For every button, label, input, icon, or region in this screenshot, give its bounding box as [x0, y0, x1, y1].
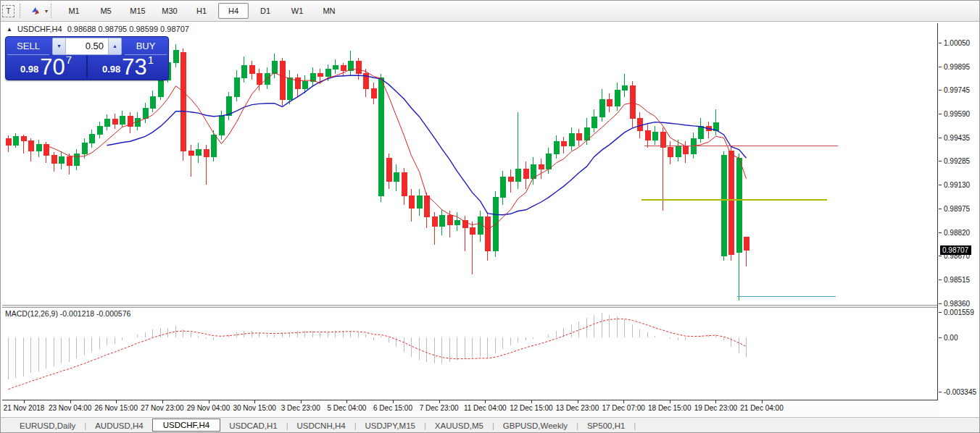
sell-button[interactable]: SELL	[7, 38, 49, 55]
candle-body	[576, 134, 581, 140]
axis-tick	[670, 400, 670, 403]
tab-gbpusd[interactable]: GBPUSD,Weekly	[494, 420, 576, 432]
volume-spinner: ▼ 0.50 ▲	[52, 38, 122, 55]
toolbar-separator	[20, 4, 24, 18]
tab-sp500[interactable]: SP500,H1	[578, 420, 634, 432]
axis-tick	[301, 400, 302, 403]
text-tool-icon[interactable]: T	[2, 5, 14, 17]
macd-signal-line	[9, 319, 747, 389]
candle-body	[51, 156, 57, 164]
tab-usdcnh[interactable]: USDCNH,H4	[288, 420, 354, 432]
ohlc-values: 0.98688 0.98795 0.98599 0.98707	[67, 25, 189, 33]
candle-body	[241, 66, 246, 78]
axis-tick	[393, 400, 394, 403]
axis-tick	[715, 400, 716, 403]
timeframe-button-h4[interactable]: H4	[218, 3, 249, 19]
axis-tick	[939, 43, 942, 43]
timeframe-button-w1[interactable]: W1	[282, 3, 312, 19]
candle-body	[591, 117, 597, 127]
candle-body	[683, 146, 688, 154]
price-axis-label: 0.99130	[944, 181, 970, 189]
candle-body	[6, 138, 11, 146]
candle-body	[607, 100, 612, 106]
candle-body	[112, 119, 117, 124]
time-axis-label: 21 Nov 2018	[4, 404, 45, 412]
axis-tick	[939, 303, 942, 304]
timeframe-button-m30[interactable]: M30	[154, 3, 185, 19]
candle-body	[143, 109, 148, 119]
candle-body	[287, 78, 292, 100]
axis-tick	[939, 256, 942, 256]
timeframe-button-m1[interactable]: M1	[59, 3, 89, 19]
candle-body	[539, 164, 544, 169]
timeframe-button-m5[interactable]: M5	[91, 3, 121, 19]
timeframe-button-m15[interactable]: M15	[122, 3, 153, 19]
time-axis-label: 19 Dec 23:00	[694, 404, 738, 412]
time-axis-label: 21 Dec 04:00	[740, 404, 784, 412]
time-axis-label: 13 Dec 23:00	[556, 404, 599, 412]
axis-tick	[939, 279, 942, 280]
candle-body	[546, 154, 551, 169]
volume-input[interactable]: 0.50	[66, 38, 108, 54]
price-axis-label: 0.98360	[944, 300, 970, 308]
tab-xauusd[interactable]: XAUUSD,M5	[426, 420, 492, 432]
candle-body	[531, 164, 536, 178]
axis-tick	[485, 400, 486, 403]
candle-body	[721, 156, 726, 256]
candle-body	[728, 151, 734, 254]
sell-price[interactable]: 0.98 70 7	[6, 56, 88, 79]
axis-tick	[623, 400, 624, 403]
collapse-panel-icon[interactable]: ▲	[7, 26, 12, 33]
candle-body	[234, 78, 239, 97]
buy-price[interactable]: 0.98 73 1	[88, 56, 168, 79]
candle-body	[249, 66, 254, 74]
time-axis-label: 11 Dec 04:00	[464, 404, 507, 412]
candle-body	[59, 157, 64, 164]
candle-body	[402, 172, 407, 196]
sell-price-sup: 7	[66, 54, 72, 66]
chevron-down-icon[interactable]: ▾	[45, 8, 48, 14]
tab-usdcad[interactable]: USDCAD,H1	[220, 420, 286, 432]
macd-axis-label: -0.003345	[944, 388, 976, 396]
volume-decrease-icon[interactable]: ▼	[53, 38, 66, 54]
timeframe-button-h1[interactable]: H1	[186, 3, 217, 19]
price-axis-label: 0.98515	[944, 276, 970, 284]
timeframe-button-mn[interactable]: MN	[314, 3, 344, 19]
macd-axis-label: 0.001559	[944, 308, 974, 316]
candle-body	[668, 148, 673, 157]
candle-body	[173, 51, 178, 63]
candle-body	[295, 78, 300, 89]
timeframe-button-d1[interactable]: D1	[250, 3, 281, 19]
candle-body	[630, 86, 635, 119]
candle-body	[371, 89, 376, 98]
axis-tick	[939, 161, 942, 161]
candle-body	[211, 135, 216, 157]
tab-usdjpy[interactable]: USDJPY,M15	[356, 420, 423, 432]
sell-price-big: 70	[40, 57, 65, 77]
candle-body	[645, 130, 650, 140]
volume-increase-icon[interactable]: ▲	[108, 38, 121, 54]
time-axis-label: 17 Dec 07:00	[602, 404, 645, 412]
cursor-arrows-icon[interactable]	[29, 4, 42, 17]
candle-body	[356, 61, 361, 73]
chart-tabs-bar: EURUSD,Daily|AUDUSD,H4USDCHF,H4USDCAD,H1…	[1, 417, 980, 433]
time-axis: 21 Nov 201823 Nov 04:0026 Nov 15:0027 No…	[1, 400, 939, 416]
candle-body	[67, 157, 72, 166]
current-price-badge: 0.98707	[940, 245, 971, 255]
candle-body	[417, 196, 422, 208]
candle-body	[120, 116, 125, 125]
macd-axis-label: 0.00	[944, 334, 958, 342]
buy-button[interactable]: BUY	[125, 38, 167, 55]
candle-body	[310, 74, 315, 82]
candle-body	[470, 228, 475, 235]
candle-body	[485, 217, 490, 251]
sell-price-small: 0.98	[20, 64, 38, 75]
tab-usdchf[interactable]: USDCHF,H4	[152, 419, 221, 432]
tab-audusd[interactable]: AUDUSD,H4	[86, 420, 151, 432]
axis-tick	[939, 114, 942, 114]
price-axis-label: 0.99435	[944, 134, 970, 142]
axis-tick	[939, 232, 942, 233]
chart-area[interactable]: ▲ USDCHF,H4 0.98688 0.98795 0.98599 0.98…	[1, 22, 980, 416]
tab-eurusd[interactable]: EURUSD,Daily	[11, 420, 84, 432]
time-axis-label: 12 Dec 15:00	[510, 404, 553, 412]
